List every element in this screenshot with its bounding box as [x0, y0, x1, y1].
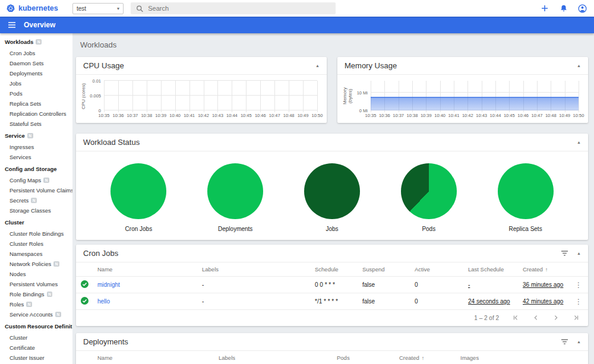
sidebar-item-storage-classes[interactable]: Storage Classes	[0, 205, 72, 216]
cron-jobs-card: Cron Jobs ▲ NameLabelsScheduleSuspendAct…	[76, 245, 588, 326]
column-header-schedule[interactable]: Schedule	[310, 262, 358, 277]
card-title: Memory Usage	[345, 61, 397, 70]
sidebar-item-cluster[interactable]: Cluster	[0, 333, 72, 343]
suspend-cell: false	[358, 293, 410, 310]
column-header-created[interactable]: Created↑	[518, 262, 570, 277]
column-header-name[interactable]: Name	[93, 351, 214, 364]
sidebar-item-role-bindings[interactable]: Role BindingsN	[0, 289, 72, 299]
sidebar-item-persistent-volume-claims[interactable]: Persistent Volume ClaimsN	[0, 185, 72, 195]
sidebar-item-config-and-storage[interactable]: Config and Storage	[0, 162, 72, 175]
last-page-button[interactable]	[573, 314, 580, 321]
notifications-button[interactable]	[559, 4, 568, 13]
column-header-last-schedule[interactable]: Last Schedule	[463, 262, 518, 277]
collapse-icon[interactable]: ▲	[577, 140, 581, 144]
topbar-actions	[540, 4, 594, 13]
next-page-button[interactable]	[552, 314, 560, 321]
sidebar: WorkloadsNCron JobsDaemon SetsDeployment…	[0, 33, 72, 364]
deployments-table: NameLabelsPodsCreated↑Imagestest-2 / 248…	[76, 351, 588, 364]
collapse-icon[interactable]: ▲	[577, 64, 581, 68]
sidebar-item-cluster[interactable]: Cluster	[0, 216, 72, 229]
cronjob-name-link[interactable]: hello	[97, 298, 110, 305]
column-header-suspend[interactable]: Suspend	[358, 262, 410, 277]
filter-button[interactable]	[561, 338, 568, 345]
sidebar-item-label: Services	[10, 154, 31, 160]
column-header-pods[interactable]: Pods	[332, 351, 394, 364]
sidebar-item-config-maps[interactable]: Config MapsN	[0, 175, 72, 185]
collapse-icon[interactable]: ▲	[577, 340, 581, 344]
pie-chart-replica-sets	[498, 163, 554, 219]
table-header-row: NameLabelsScheduleSuspendActiveLast Sche…	[76, 262, 588, 277]
filter-icon	[561, 250, 568, 257]
last-schedule-cell: 24 seconds ago	[463, 293, 518, 310]
kubernetes-logo[interactable]: kubernetes	[0, 4, 72, 13]
sidebar-item-workloads[interactable]: WorkloadsN	[0, 35, 72, 48]
sidebar-item-secrets[interactable]: SecretsN	[0, 195, 72, 205]
x-tick-label: 10:36	[113, 113, 124, 118]
workload-status-item: Replica Sets	[498, 163, 554, 232]
hamburger-icon	[8, 21, 16, 29]
sidebar-item-replication-controllers[interactable]: Replication Controllers	[0, 109, 72, 119]
pie-label: Cron Jobs	[125, 226, 153, 232]
create-resource-button[interactable]	[540, 4, 549, 13]
column-header-images[interactable]: Images	[456, 351, 570, 364]
pie-chart-cron-jobs	[110, 163, 166, 219]
search-input[interactable]	[148, 5, 330, 12]
grid-line	[118, 81, 119, 112]
row-menu-button[interactable]: ⋮	[575, 281, 582, 289]
sidebar-item-service-accounts[interactable]: Service AccountsN	[0, 309, 72, 319]
sidebar-item-label: Secrets	[10, 197, 29, 204]
sidebar-item-daemon-sets[interactable]: Daemon Sets	[0, 58, 72, 68]
sidebar-item-jobs[interactable]: Jobs	[0, 78, 72, 88]
column-header-name[interactable]: Name	[93, 262, 197, 277]
column-header-labels[interactable]: Labels	[197, 262, 310, 277]
schedule-cell: 0 0 * * *	[310, 277, 358, 293]
sidebar-item-pods[interactable]: Pods	[0, 88, 72, 99]
sidebar-item-cluster-roles[interactable]: Cluster Roles	[0, 239, 72, 249]
previous-page-button[interactable]	[532, 314, 539, 321]
first-page-button[interactable]	[512, 314, 519, 321]
sidebar-item-certificate[interactable]: Certificate	[0, 343, 72, 353]
sidebar-item-cluster-issuer[interactable]: Cluster Issuer	[0, 353, 72, 363]
sidebar-item-ingresses[interactable]: Ingresses	[0, 142, 72, 152]
collapse-icon[interactable]: ▲	[315, 64, 320, 68]
sidebar-item-service[interactable]: ServiceN	[0, 129, 72, 142]
sidebar-item-custom-resource-definitions[interactable]: Custom Resource Definitions	[0, 319, 72, 333]
sidebar-item-stateful-sets[interactable]: Stateful Sets	[0, 119, 72, 129]
workload-status-item: Jobs	[304, 163, 360, 232]
filter-button[interactable]	[561, 250, 568, 257]
sidebar-item-cron-jobs[interactable]: Cron Jobs	[0, 48, 72, 58]
sidebar-item-persistent-volumes[interactable]: Persistent Volumes	[0, 279, 72, 289]
x-tick-label: 10:46	[255, 113, 266, 118]
sidebar-item-nodes[interactable]: Nodes	[0, 269, 72, 279]
x-tick-label: 10:48	[545, 113, 557, 118]
workload-status-item: Deployments	[207, 163, 263, 232]
sidebar-item-cluster-role-bindings[interactable]: Cluster Role Bindings	[0, 229, 72, 239]
account-button[interactable]	[578, 4, 587, 13]
cronjob-name-link[interactable]: midnight	[97, 281, 120, 288]
y-axis-label: Memory (bytes)	[342, 81, 353, 112]
sidebar-item-deployments[interactable]: Deployments	[0, 68, 72, 78]
area-series	[371, 97, 579, 110]
collapse-icon[interactable]: ▲	[577, 251, 581, 255]
sidebar-item-namespaces[interactable]: Namespaces	[0, 249, 72, 259]
last-schedule-cell: -	[463, 277, 518, 293]
created-cell: 36 minutes ago	[518, 277, 570, 293]
column-header-labels[interactable]: Labels	[214, 351, 332, 364]
menu-button[interactable]	[8, 21, 16, 29]
column-header-label: Created	[399, 354, 419, 361]
sidebar-item-roles[interactable]: RolesN	[0, 299, 72, 309]
x-tick-label: 10:50	[312, 113, 323, 118]
pie-label: Deployments	[218, 226, 252, 232]
namespace-selector[interactable]: test ▾	[72, 3, 124, 14]
column-header-label: Images	[460, 354, 479, 361]
sidebar-item-network-policies[interactable]: Network PoliciesN	[0, 259, 72, 269]
column-header-active[interactable]: Active	[410, 262, 463, 277]
grid-line	[161, 81, 162, 112]
appbar-title: Overview	[24, 21, 55, 29]
sidebar-item-services[interactable]: Services	[0, 152, 72, 162]
row-menu-button[interactable]: ⋮	[575, 297, 582, 306]
x-tick-label: 10:36	[379, 113, 390, 118]
pie-chart-jobs	[304, 163, 360, 219]
column-header-created[interactable]: Created↑	[394, 351, 456, 364]
sidebar-item-replica-sets[interactable]: Replica Sets	[0, 99, 72, 109]
